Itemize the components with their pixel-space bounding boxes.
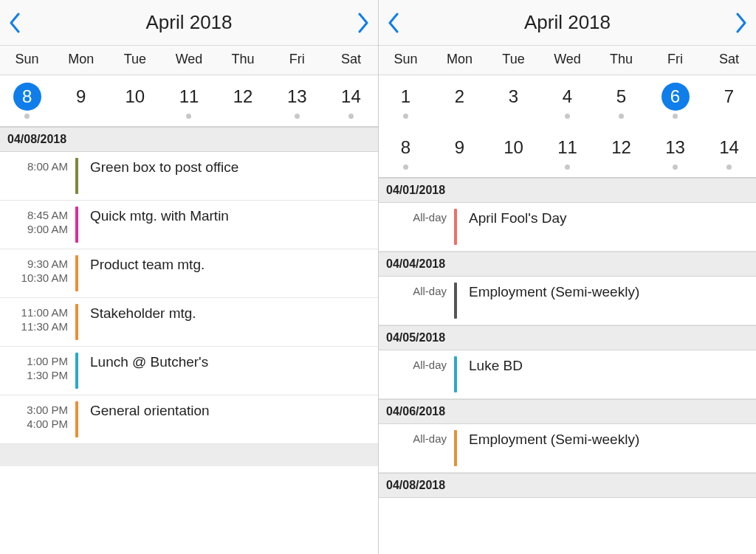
date-number: 8 xyxy=(392,134,420,162)
weekday-label: Thu xyxy=(216,46,270,75)
event-title: Luke BD xyxy=(457,356,756,392)
date-cell[interactable]: 4 xyxy=(540,75,594,126)
event-row[interactable]: All-dayEmployment (Semi-weekly) xyxy=(379,424,756,473)
date-cell[interactable]: 1 xyxy=(379,75,433,126)
date-cell[interactable]: 7 xyxy=(702,75,756,126)
agenda-list[interactable]: 04/01/2018All-dayApril Fool's Day04/04/2… xyxy=(379,178,756,554)
date-cell[interactable]: 8 xyxy=(379,126,433,177)
event-list: All-dayLuke BD xyxy=(379,350,756,399)
next-month-button[interactable] xyxy=(334,0,378,45)
event-list: All-dayEmployment (Semi-weekly) xyxy=(379,277,756,325)
date-cell[interactable]: 2 xyxy=(433,75,487,126)
event-row[interactable]: 8:45 AM9:00 AMQuick mtg. with Martin xyxy=(0,201,378,249)
date-number: 11 xyxy=(175,83,203,111)
event-time: All-day xyxy=(379,356,454,392)
event-list: All-dayEmployment (Semi-weekly) xyxy=(379,424,756,473)
date-cell[interactable]: 5 xyxy=(594,75,648,126)
date-cell[interactable]: 6 xyxy=(648,75,702,126)
next-month-button[interactable] xyxy=(712,0,756,45)
date-cell[interactable]: 11 xyxy=(162,75,216,126)
calendar-week-screen: April 2018 Sun Mon Tue Wed Thu Fri Sat 8… xyxy=(0,0,378,554)
date-number: 14 xyxy=(715,134,743,162)
calendar-header: April 2018 xyxy=(379,0,756,46)
event-dot xyxy=(673,114,678,119)
event-row[interactable]: 11:00 AM11:30 AMStakeholder mtg. xyxy=(0,298,378,347)
date-number: 12 xyxy=(229,83,257,111)
event-dot xyxy=(24,114,30,119)
weekday-label: Thu xyxy=(594,46,648,75)
agenda-list[interactable]: 04/08/20188:00 AMGreen box to post offic… xyxy=(0,127,378,554)
event-time: 8:00 AM xyxy=(0,158,75,194)
event-row[interactable]: All-dayApril Fool's Day xyxy=(379,203,756,252)
event-title: Green box to post office xyxy=(78,158,378,194)
weekday-row: Sun Mon Tue Wed Thu Fri Sat xyxy=(0,46,378,75)
event-time: 9:30 AM10:30 AM xyxy=(0,255,75,291)
weekday-row: Sun Mon Tue Wed Thu Fri Sat xyxy=(379,46,756,75)
date-cell[interactable]: 13 xyxy=(270,75,324,126)
weekday-label: Sat xyxy=(324,46,378,75)
calendar-month-screen: April 2018 Sun Mon Tue Wed Thu Fri Sat 1… xyxy=(378,0,756,554)
event-row[interactable]: All-dayLuke BD xyxy=(379,350,756,399)
weekday-label: Tue xyxy=(487,46,540,75)
date-cell[interactable]: 3 xyxy=(487,75,540,126)
date-cell[interactable]: 8 xyxy=(0,75,54,126)
date-cell[interactable]: 14 xyxy=(702,126,756,177)
weekday-label: Wed xyxy=(162,46,216,75)
event-dot xyxy=(348,114,354,119)
date-number: 6 xyxy=(662,83,690,111)
event-dot xyxy=(186,114,191,119)
weekday-label: Sun xyxy=(379,46,433,75)
event-row[interactable]: 8:00 AMGreen box to post office xyxy=(0,152,378,201)
date-cell[interactable]: 12 xyxy=(594,126,648,177)
event-dot xyxy=(619,114,624,119)
event-dot xyxy=(295,114,300,119)
event-time: 1:00 PM1:30 PM xyxy=(0,353,75,389)
event-dot xyxy=(673,165,678,170)
date-number: 13 xyxy=(662,134,690,162)
section-date-header: 04/08/2018 xyxy=(379,473,756,498)
section-date-header: 04/05/2018 xyxy=(379,325,756,350)
prev-month-button[interactable] xyxy=(0,0,44,45)
event-row[interactable]: 9:30 AM10:30 AMProduct team mtg. xyxy=(0,249,378,298)
weekday-label: Wed xyxy=(540,46,594,75)
event-dot xyxy=(403,165,408,170)
date-cell[interactable]: 12 xyxy=(216,75,270,126)
date-number: 7 xyxy=(715,83,743,111)
event-dot xyxy=(403,114,408,119)
date-cell[interactable]: 14 xyxy=(324,75,378,126)
section-date-header: 04/08/2018 xyxy=(0,127,378,152)
event-title: Lunch @ Butcher's xyxy=(78,353,378,389)
date-cell[interactable]: 9 xyxy=(433,126,487,177)
section-date-header: 04/04/2018 xyxy=(379,252,756,277)
event-list: 8:00 AMGreen box to post office8:45 AM9:… xyxy=(0,152,378,444)
date-number: 5 xyxy=(608,83,636,111)
prev-month-button[interactable] xyxy=(379,0,423,45)
date-cell[interactable]: 10 xyxy=(487,126,540,177)
date-number: 11 xyxy=(554,134,582,162)
weekday-label: Mon xyxy=(54,46,108,75)
date-number: 2 xyxy=(446,83,474,111)
event-time: 8:45 AM9:00 AM xyxy=(0,207,75,243)
event-list: All-dayApril Fool's Day xyxy=(379,203,756,252)
date-number: 12 xyxy=(608,134,636,162)
event-row[interactable]: 3:00 PM4:00 PMGeneral orientation xyxy=(0,395,378,444)
date-grid: 891011121314 xyxy=(0,75,378,127)
event-time: All-day xyxy=(379,283,454,319)
event-time: All-day xyxy=(379,209,454,245)
date-cell[interactable]: 9 xyxy=(54,75,108,126)
event-dot xyxy=(565,114,570,119)
event-title: Employment (Semi-weekly) xyxy=(457,283,756,319)
date-cell[interactable]: 13 xyxy=(648,126,702,177)
calendar-header: April 2018 xyxy=(0,0,378,46)
date-number: 10 xyxy=(500,134,528,162)
event-row[interactable]: 1:00 PM1:30 PMLunch @ Butcher's xyxy=(0,347,378,395)
event-title: Employment (Semi-weekly) xyxy=(457,430,756,466)
date-cell[interactable]: 11 xyxy=(540,126,594,177)
chevron-right-icon xyxy=(357,13,369,33)
date-number: 9 xyxy=(446,134,474,162)
event-time: 11:00 AM11:30 AM xyxy=(0,304,75,340)
date-cell[interactable]: 10 xyxy=(108,75,162,126)
event-title: April Fool's Day xyxy=(457,209,756,245)
event-row[interactable]: All-dayEmployment (Semi-weekly) xyxy=(379,277,756,325)
date-number: 13 xyxy=(283,83,311,111)
